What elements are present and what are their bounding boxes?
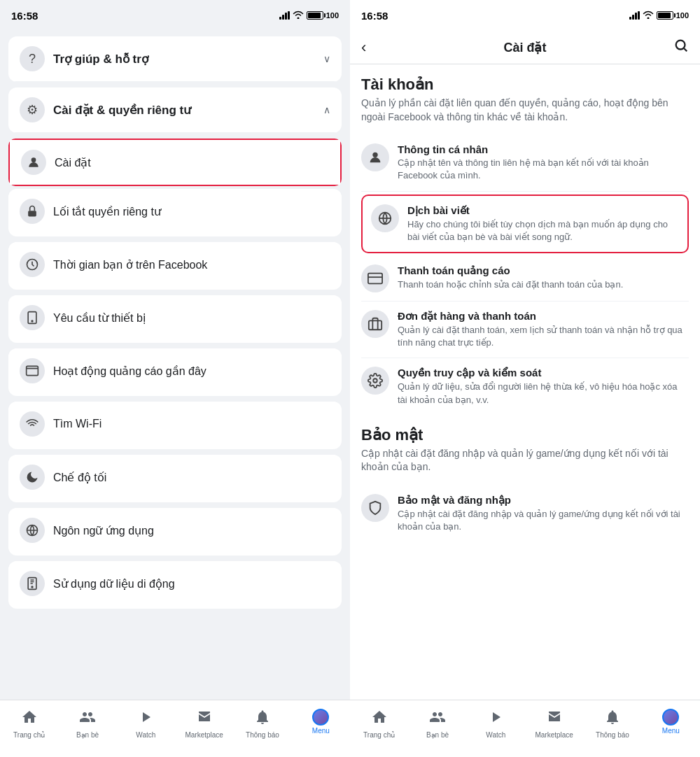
right-nav-home[interactable]: Trang chủ xyxy=(350,706,408,742)
right-nav-notifications-label: Thông báo xyxy=(596,731,629,739)
help-label: Trợ giúp & hỗ trợ xyxy=(53,52,323,66)
security-login-content: Bảo mật và đăng nhập Cập nhật cài đặt đă… xyxy=(398,494,689,533)
svg-point-0 xyxy=(31,157,36,162)
left-nav-menu-label: Menu xyxy=(312,727,330,735)
device-request-label: Yêu cầu từ thiết bị xyxy=(53,311,330,325)
left-nav-home[interactable]: Trang chủ xyxy=(0,706,58,742)
right-nav-menu-label: Menu xyxy=(662,727,680,735)
right-bottom-nav: Trang chủ Bạn bè Watch Marketplace Thông… xyxy=(350,700,700,757)
ad-payment-icon xyxy=(361,264,389,292)
privacy-shortcut-label: Lối tắt quyền riêng tư xyxy=(53,205,330,218)
right-nav-home-label: Trang chủ xyxy=(363,731,395,739)
right-nav-watch[interactable]: Watch xyxy=(467,706,525,742)
settings-gear-icon: ⚙ xyxy=(20,97,45,122)
right-status-icons: 100 xyxy=(629,10,689,21)
right-battery-label: 100 xyxy=(676,11,689,20)
right-nav-watch-label: Watch xyxy=(486,731,505,739)
ad-activity-item[interactable]: Hoạt động quảng cáo gần đây xyxy=(8,348,342,396)
battery-label: 100 xyxy=(326,11,339,20)
left-scroll-area[interactable]: ? Trợ giúp & hỗ trợ ∨ ⚙ Cài đặt & quyền … xyxy=(0,31,350,700)
personal-info-icon xyxy=(361,143,389,171)
security-login-item[interactable]: Bảo mật và đăng nhập Cập nhật cài đặt đă… xyxy=(361,486,689,542)
language-icon xyxy=(20,518,45,543)
device-request-item[interactable]: Yêu cầu từ thiết bị xyxy=(8,295,342,343)
left-menu-avatar xyxy=(312,709,329,726)
back-button[interactable]: ‹ xyxy=(361,38,386,57)
svg-point-10 xyxy=(372,153,377,157)
help-chevron-icon: ∨ xyxy=(323,53,330,64)
access-control-content: Quyền truy cập và kiểm soát Quản lý dữ l… xyxy=(398,367,689,406)
right-nav-menu[interactable]: Menu xyxy=(642,706,700,737)
svg-rect-5 xyxy=(27,366,38,375)
personal-info-title: Thông tin cá nhân xyxy=(398,143,689,155)
settings-highlighted-item[interactable]: Cài đặt xyxy=(8,139,342,186)
translate-title: Dịch bài viết xyxy=(407,204,679,217)
personal-info-item[interactable]: Thông tin cá nhân Cập nhật tên và thông … xyxy=(361,135,689,191)
access-control-icon xyxy=(361,367,389,395)
left-nav-friends[interactable]: Bạn bè xyxy=(58,706,116,742)
left-nav-watch-label: Watch xyxy=(136,731,155,739)
left-panel: 16:58 100 xyxy=(0,0,350,757)
help-icon: ? xyxy=(20,46,45,71)
translate-item[interactable]: Dịch bài viết Hãy cho chúng tôi biết tùy… xyxy=(363,196,687,252)
help-section: ? Trợ giúp & hỗ trợ ∨ xyxy=(8,36,342,82)
left-nav-notifications[interactable]: Thông báo xyxy=(233,706,291,742)
data-usage-item[interactable]: Sử dụng dữ liệu di động xyxy=(8,561,342,609)
ad-activity-label: Hoạt động quảng cáo gần đây xyxy=(53,365,330,378)
right-panel: 16:58 100 ‹ Cài đặt xyxy=(350,0,700,757)
cai-dat-item[interactable]: Cài đặt xyxy=(10,140,340,185)
right-scroll-area[interactable]: Tài khoản Quản lý phần cài đặt liên quan… xyxy=(350,64,700,700)
dark-mode-item[interactable]: Chế độ tối xyxy=(8,455,342,502)
watch-icon xyxy=(137,709,154,730)
lock-icon xyxy=(20,199,45,224)
ad-icon xyxy=(20,358,45,383)
settings-privacy-label: Cài đặt & quyền riêng tư xyxy=(53,103,323,118)
right-watch-icon xyxy=(487,709,504,730)
svg-point-13 xyxy=(373,379,377,383)
translate-highlighted-wrapper[interactable]: Dịch bài viết Hãy cho chúng tôi biết tùy… xyxy=(361,194,689,253)
help-section-header[interactable]: ? Trợ giúp & hỗ trợ ∨ xyxy=(8,36,342,82)
orders-payment-item[interactable]: Đơn đặt hàng và thanh toán Quản lý cài đ… xyxy=(361,302,689,358)
friends-icon xyxy=(79,709,96,730)
left-nav-watch[interactable]: Watch xyxy=(117,706,175,742)
svg-rect-12 xyxy=(368,274,382,284)
translate-content: Dịch bài viết Hãy cho chúng tôi biết tùy… xyxy=(407,204,679,243)
find-wifi-item[interactable]: Tìm Wi-Fi xyxy=(8,402,342,449)
left-status-icons: 100 xyxy=(279,10,339,21)
right-home-icon xyxy=(371,709,388,730)
time-on-facebook-item[interactable]: Thời gian bạn ở trên Facebook xyxy=(8,242,342,290)
access-control-desc: Quản lý dữ liệu, sửa đổi người liên hệ t… xyxy=(398,381,689,406)
marketplace-icon xyxy=(196,709,213,730)
ad-payment-title: Thanh toán quảng cáo xyxy=(398,264,689,277)
translate-desc: Hãy cho chúng tôi biết tùy chọn dịch mà … xyxy=(407,218,679,243)
right-nav-notifications[interactable]: Thông báo xyxy=(583,706,641,742)
left-status-time: 16:58 xyxy=(11,10,38,22)
security-title: Bảo mật xyxy=(361,426,689,444)
right-nav-friends[interactable]: Bạn bè xyxy=(408,706,466,742)
cai-dat-icon xyxy=(21,150,46,175)
security-section: Bảo mật Cập nhật cài đặt đăng nhập và qu… xyxy=(361,426,689,542)
access-control-item[interactable]: Quyền truy cập và kiểm soát Quản lý dữ l… xyxy=(361,358,689,414)
left-nav-marketplace[interactable]: Marketplace xyxy=(175,706,233,742)
right-wifi-icon xyxy=(643,10,654,21)
settings-privacy-section: ⚙ Cài đặt & quyền riêng tư ∧ xyxy=(8,87,342,133)
shield-icon xyxy=(361,494,389,522)
right-status-bar: 16:58 100 xyxy=(350,0,700,31)
right-signal-bars xyxy=(629,11,640,20)
personal-info-content: Thông tin cá nhân Cập nhật tên và thông … xyxy=(398,143,689,182)
right-nav-marketplace[interactable]: Marketplace xyxy=(525,706,583,742)
settings-privacy-header[interactable]: ⚙ Cài đặt & quyền riêng tư ∧ xyxy=(8,87,342,133)
right-marketplace-icon xyxy=(546,709,563,730)
account-desc: Quản lý phần cài đặt liên quan đến quyền… xyxy=(361,97,689,124)
left-nav-menu[interactable]: Menu xyxy=(292,706,350,737)
ad-payment-item[interactable]: Thanh toán quảng cáo Thanh toán hoặc chỉ… xyxy=(361,256,689,302)
right-nav-friends-label: Bạn bè xyxy=(426,731,449,739)
privacy-shortcut-item[interactable]: Lối tắt quyền riêng tư xyxy=(8,189,342,236)
home-icon xyxy=(21,709,38,730)
wifi-menu-icon xyxy=(20,411,45,437)
battery-icon xyxy=(307,11,323,20)
orders-payment-content: Đơn đặt hàng và thanh toán Quản lý cài đ… xyxy=(398,310,689,349)
account-section: Tài khoản Quản lý phần cài đặt liên quan… xyxy=(361,76,689,415)
app-language-item[interactable]: Ngôn ngữ ứng dụng xyxy=(8,508,342,556)
search-button[interactable] xyxy=(664,38,689,57)
